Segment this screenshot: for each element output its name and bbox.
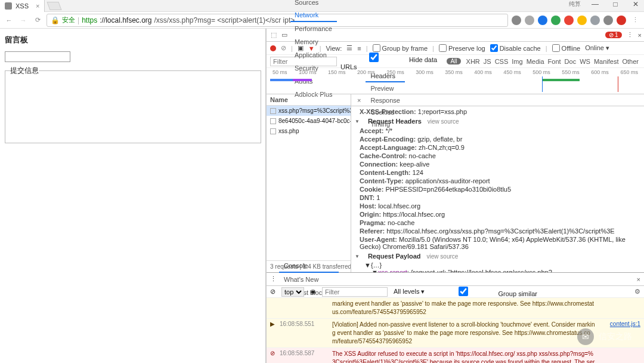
extension-icon[interactable] [551,16,561,25]
back-button[interactable]: ← [4,15,14,26]
filter-type-ws[interactable]: WS [578,58,592,65]
devtools-tab-application[interactable]: Application [290,48,337,61]
fieldset-legend: 提交信息 [10,66,39,76]
request-headers-section[interactable]: Request Headersview source [355,116,640,127]
filter-all[interactable]: All [447,58,460,64]
view-small-icon[interactable]: ≡ [357,45,361,52]
console-settings-icon[interactable]: ⚙ [634,288,640,296]
disable-cache-checkbox[interactable]: Disable cache [490,44,541,52]
preserve-log-checkbox[interactable]: Preserve log [439,44,485,52]
devtools-tab-network[interactable]: Network [290,9,337,22]
request-row[interactable]: xss.php [267,126,351,136]
header-row: Accept-Language: zh-CN,zh;q=0.9 [355,143,640,152]
window-minimize-button[interactable]: — [589,0,601,8]
drawer-menu-icon[interactable]: ⋮ [270,275,277,283]
header-row: Referer: https://local.hfsec.org/xss/xss… [355,227,640,235]
console-filter-input[interactable] [322,287,388,297]
levels-select[interactable]: All levels ▾ [394,288,425,296]
devtools-close-icon[interactable]: × [638,32,642,39]
header-row: Cache-Control: no-cache [355,152,640,160]
header-row: User-Agent: Mozilla/5.0 (Windows NT 10.0… [355,235,640,251]
reload-button[interactable]: ⟳ [32,15,43,26]
view-large-icon[interactable]: ☰ [346,44,352,52]
tab-title: XSS [16,2,29,10]
request-row[interactable]: xss.php?msg=%3Cscript%3Ealert… [267,106,351,116]
console-row: ▶16:08:58.551[Violation] Added non-passi… [267,319,644,348]
form-fieldset: 提交信息 [5,66,261,143]
window-maximize-button[interactable]: □ [609,0,621,8]
error-count-badge[interactable]: ⊘ 1 [605,32,622,38]
window-label: 纯算 [569,0,581,8]
filter-type-manifest[interactable]: Manifest [592,58,621,65]
header-row: Accept: */* [355,127,640,135]
console-tabs: ⋮ ConsoleWhat's NewRequest blocking × [267,273,644,286]
console-row: marking event handler as 'passive' to ma… [267,298,644,319]
devtools-tabs: ⬚ ▭ ElementsConsoleSourcesNetworkPerform… [267,29,644,42]
request-payload-section[interactable]: Request Payloadview source [355,251,640,262]
network-timeline[interactable]: 50 ms100 ms150 ms200 ms250 ms300 ms350 m… [267,68,644,94]
detail-body[interactable]: X-XSS-Protection: 1;report=xss.php Reque… [351,106,644,272]
header-row: Content-Length: 124 [355,168,640,177]
favicon-icon [5,2,12,10]
detail-tab-response[interactable]: Response [366,94,405,106]
group-similar-checkbox[interactable]: Group similar [431,287,537,297]
header-row: DNT: 1 [355,193,640,202]
eye-icon[interactable]: ◉ [310,288,316,296]
header-row: Pragma: no-cache [355,219,640,227]
devtools-menu-icon[interactable]: ⋮ [627,31,633,39]
group-by-frame-checkbox[interactable]: Group by frame [373,44,428,52]
console-output[interactable]: marking event handler as 'passive' to ma… [267,298,644,363]
clear-button[interactable]: ⊘ [281,44,286,52]
hide-data-urls-checkbox[interactable]: Hide data URLs [340,53,443,70]
new-tab-button[interactable] [47,2,62,10]
forward-button[interactable]: → [18,15,29,26]
filter-type-doc[interactable]: Doc [563,58,578,65]
header-row: Accept-Encoding: gzip, deflate, br [355,135,640,143]
filter-type-media[interactable]: Media [525,58,546,65]
lock-icon: 🔒 [51,16,60,24]
address-bar[interactable]: 🔒 安全 | https ://local.hfsec.org /xss/xss… [47,14,508,27]
record-button[interactable] [270,45,276,51]
request-list: Name xss.php?msg=%3Cscript%3Ealert…8e640… [267,94,351,272]
window-close-button[interactable]: ✕ [630,0,642,8]
text-input[interactable] [5,51,70,62]
header-row: Content-Type: application/xss-auditor-re… [355,177,640,185]
filter-type-other[interactable]: Other [620,58,640,65]
header-row: Connection: keep-alive [355,160,640,168]
request-row[interactable]: 8e64050c-4aa9-4047-bc0c-184… [267,116,351,126]
device-icon[interactable]: ▭ [280,31,289,39]
tab-close-icon[interactable]: × [36,2,39,10]
menu-icon[interactable]: ⋮ [630,15,640,26]
extension-icon[interactable] [538,16,547,25]
console-row: ⊘16:08:58.587The XSS Auditor refused to … [267,348,644,363]
extension-icon[interactable] [525,16,534,25]
adblock-icon[interactable] [617,16,626,25]
devtools-tab-memory[interactable]: Memory [290,35,337,48]
extension-icon[interactable] [603,16,613,25]
inspect-icon[interactable]: ⬚ [269,31,278,39]
extension-icon[interactable] [564,16,574,25]
context-select[interactable]: top [281,287,304,297]
filter-type-xhr[interactable]: XHR [465,58,482,65]
page-heading: 留言板 [5,35,261,45]
console-drawer: ⋮ ConsoleWhat's NewRequest blocking × ⊘ … [267,272,644,363]
filter-type-font[interactable]: Font [546,58,563,65]
devtools-tab-sources[interactable]: Sources [290,0,337,9]
browser-tab[interactable]: XSS × [0,0,45,12]
filter-type-js[interactable]: JS [482,58,493,65]
header-row: Origin: https://local.hfsec.org [355,210,640,219]
console-clear-icon[interactable]: ⊘ [270,288,275,296]
offline-checkbox[interactable]: Offline [552,44,581,52]
filter-type-css[interactable]: CSS [493,58,510,65]
console-tab-console[interactable]: Console [279,260,339,273]
extension-icon[interactable] [577,16,587,25]
filter-type-img[interactable]: Img [510,58,524,65]
detail-tabs: × HeadersPreviewResponseCookiesTiming [351,94,644,106]
console-tab-what-s-new[interactable]: What's New [279,273,339,286]
online-select[interactable]: Online ▾ [585,44,609,52]
drawer-close-icon[interactable]: × [637,276,640,283]
extension-icon[interactable] [590,16,600,25]
devtools-tab-performance[interactable]: Performance [290,22,337,35]
detail-close-icon[interactable]: × [354,97,364,104]
extension-icon[interactable] [512,16,521,25]
